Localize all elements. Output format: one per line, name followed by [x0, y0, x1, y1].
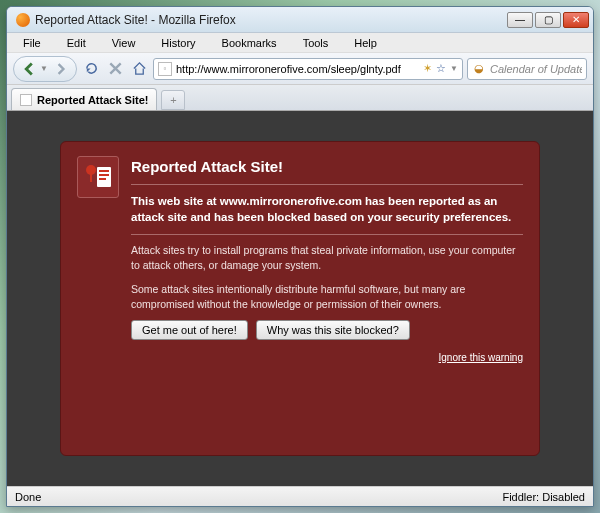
ignore-warning-link[interactable]: Ignore this warning	[439, 352, 524, 363]
ignore-row: Ignore this warning	[131, 350, 523, 366]
home-icon	[132, 61, 147, 76]
menu-edit[interactable]: Edit	[55, 35, 98, 51]
status-left: Done	[15, 491, 41, 503]
svg-rect-5	[99, 178, 106, 180]
browser-window: Reported Attack Site! - Mozilla Firefox …	[6, 6, 594, 507]
attack-warning-panel: Reported Attack Site! This web site at w…	[60, 141, 540, 456]
why-blocked-button[interactable]: Why was this site blocked?	[256, 320, 410, 340]
url-input[interactable]	[176, 63, 419, 75]
content-area: Reported Attack Site! This web site at w…	[7, 111, 593, 486]
tab-favicon-icon	[20, 94, 32, 106]
warning-buttons: Get me out of here! Why was this site bl…	[131, 320, 523, 340]
warning-lead: This web site at www.mirroronerofive.com…	[131, 193, 523, 235]
stop-button[interactable]	[105, 59, 125, 79]
minimize-button[interactable]: —	[507, 12, 533, 28]
maximize-button[interactable]: ▢	[535, 12, 561, 28]
page-favicon-icon: ▫	[158, 62, 172, 76]
reload-icon	[84, 61, 99, 76]
forward-button[interactable]	[50, 58, 72, 80]
status-right: Fiddler: Disabled	[502, 491, 585, 503]
back-arrow-icon	[22, 62, 36, 76]
back-dropdown-icon[interactable]: ▼	[40, 64, 50, 73]
search-bar[interactable]: ◒ Calendar of Updates	[467, 58, 587, 80]
url-bar[interactable]: ▫ ✶ ☆ ▼	[153, 58, 463, 80]
status-bar: Done Fiddler: Disabled	[7, 486, 593, 506]
menu-help[interactable]: Help	[342, 35, 389, 51]
menu-history[interactable]: History	[149, 35, 207, 51]
warning-heading: Reported Attack Site!	[131, 156, 523, 185]
warning-para-1: Attack sites try to install programs tha…	[131, 243, 523, 273]
forward-arrow-icon	[55, 63, 67, 75]
stop-icon	[109, 62, 122, 75]
malware-warning-icon	[77, 156, 119, 198]
menu-file[interactable]: File	[11, 35, 53, 51]
nav-buttons: ▼	[13, 56, 77, 82]
svg-rect-3	[99, 170, 109, 172]
home-button[interactable]	[129, 59, 149, 79]
search-placeholder: Calendar of Updates	[490, 63, 582, 75]
reload-button[interactable]	[81, 59, 101, 79]
feed-icon[interactable]: ✶	[423, 62, 432, 75]
svg-rect-4	[99, 174, 109, 176]
back-button[interactable]	[18, 58, 40, 80]
window-title: Reported Attack Site! - Mozilla Firefox	[35, 13, 507, 27]
menu-bookmarks[interactable]: Bookmarks	[210, 35, 289, 51]
close-button[interactable]: ✕	[563, 12, 589, 28]
svg-point-0	[86, 165, 96, 175]
titlebar: Reported Attack Site! - Mozilla Firefox …	[7, 7, 593, 33]
nav-toolbar: ▼ ▫ ✶ ☆ ▼ ◒ Calendar of Updates	[7, 53, 593, 85]
menubar: File Edit View History Bookmarks Tools H…	[7, 33, 593, 53]
tab-strip: Reported Attack Site! +	[7, 85, 593, 111]
tab-label: Reported Attack Site!	[37, 94, 148, 106]
search-engine-icon[interactable]: ◒	[472, 62, 486, 76]
warning-para-2: Some attack sites intentionally distribu…	[131, 282, 523, 312]
url-dropdown-icon[interactable]: ▼	[450, 64, 458, 73]
tab-active[interactable]: Reported Attack Site!	[11, 88, 157, 110]
menu-view[interactable]: View	[100, 35, 148, 51]
menu-tools[interactable]: Tools	[291, 35, 341, 51]
new-tab-button[interactable]: +	[161, 90, 185, 110]
svg-rect-1	[90, 174, 92, 182]
bookmark-star-icon[interactable]: ☆	[436, 62, 446, 75]
firefox-icon	[16, 13, 30, 27]
get-me-out-button[interactable]: Get me out of here!	[131, 320, 248, 340]
warning-body: Reported Attack Site! This web site at w…	[131, 156, 523, 441]
